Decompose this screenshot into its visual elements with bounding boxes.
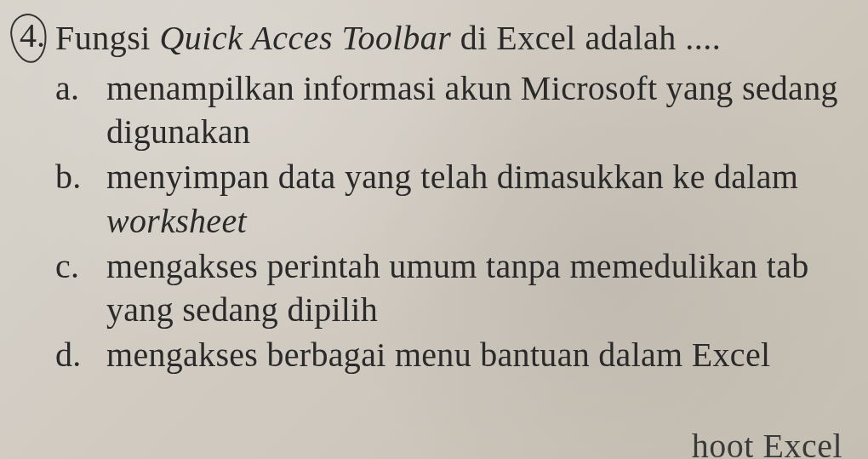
option-text: mengakses berbagai menu bantuan dalam Ex… xyxy=(106,333,842,376)
option-c: c. mengakses perintah umum tanpa memedul… xyxy=(55,244,842,331)
question-text-italic: Quick Acces Toolbar xyxy=(159,19,451,57)
question-text-pre: Fungsi xyxy=(55,19,159,57)
option-text: mengakses perintah umum tanpa memedulika… xyxy=(106,244,842,331)
question-number: 4. xyxy=(13,17,45,55)
question-block: 4. Fungsi Quick Acces Toolbar di Excel a… xyxy=(13,17,842,378)
partial-cutoff-text: hoot Excel xyxy=(692,426,842,459)
option-letter: a. xyxy=(55,66,88,110)
option-d: d. mengakses berbagai menu bantuan dalam… xyxy=(55,333,842,376)
option-letter: b. xyxy=(55,155,88,198)
option-letter: c. xyxy=(55,244,88,288)
option-letter: d. xyxy=(55,333,88,376)
option-a: a. menampilkan informasi akun Microsoft … xyxy=(55,66,842,153)
option-text: menampilkan informasi akun Microsoft yan… xyxy=(106,66,842,153)
question-text: Fungsi Quick Acces Toolbar di Excel adal… xyxy=(55,17,842,60)
option-text: menyimpan data yang telah dimasukkan ke … xyxy=(106,155,842,242)
options-list: a. menampilkan informasi akun Microsoft … xyxy=(55,66,842,376)
question-text-post: di Excel adalah .... xyxy=(451,19,721,57)
option-b: b. menyimpan data yang telah dimasukkan … xyxy=(55,155,842,242)
